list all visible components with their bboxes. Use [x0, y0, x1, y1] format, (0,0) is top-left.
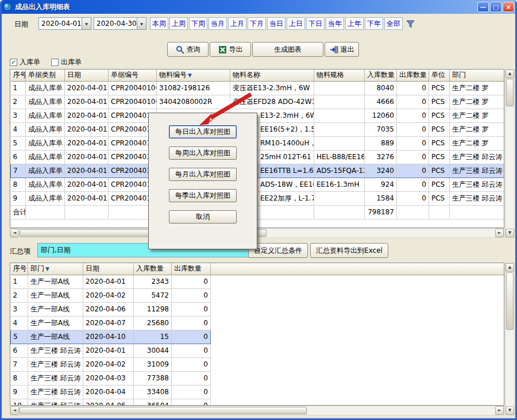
table-row[interactable]: 4生产一部A线2020-04-07256800 [11, 316, 504, 330]
table-row[interactable]: 8成品入库单2020-04-01CPR200401ADS-18W，EE16+EE… [11, 178, 504, 191]
column-header[interactable]: 单据编号 [109, 70, 157, 81]
scrollbar-thumb[interactable] [20, 407, 307, 414]
table-row[interactable]: 2成品入库单2020-04-01CPR20040100334042080002R… [11, 95, 504, 109]
scrollbar-thumb[interactable] [506, 272, 514, 330]
scroll-up-icon[interactable]: ▲ [506, 70, 514, 78]
range-button-6[interactable]: 当日 [267, 17, 285, 30]
range-buttons: 本周上周下周当月上月下月当日上日下日当年上年下年全部 [150, 17, 403, 30]
main-table-header-row: 序号单据类别日期单据编号物料编号▼物料名称物料规格入库数量出库数量单位部门 [11, 70, 504, 81]
table-row[interactable]: 7成品入库单2020-04-01CPR200401EE16TTB L=1.65m… [11, 164, 504, 178]
inbound-checkbox[interactable]: ✓ [10, 59, 17, 66]
table-row[interactable]: 10生产三楼 邱云涛2020-04-06365040 [11, 399, 504, 406]
column-header[interactable]: 部门 [450, 70, 504, 81]
close-button[interactable]: × [503, 2, 514, 12]
date-to-value: 2020-04-30 [97, 20, 137, 28]
column-header[interactable]: 单据类别 [26, 70, 65, 81]
query-button[interactable]: 查询 [167, 42, 209, 57]
range-button-2[interactable]: 下周 [189, 17, 207, 30]
minimize-button[interactable]: — [477, 2, 489, 12]
export-button[interactable]: 导出 [210, 42, 251, 57]
column-header[interactable]: 入库数量 [134, 263, 172, 275]
maximize-button[interactable]: □ [490, 2, 501, 12]
table-row[interactable]: 2生产一部A线2020-04-0254720 [11, 288, 504, 302]
table-row[interactable]: 4成品入库单2020-04-01CPR200401EE16(5+2)，1.5mH… [11, 122, 504, 136]
table-row[interactable]: 1生产一部A线2020-04-0123430 [11, 275, 504, 288]
generate-chart-button[interactable]: 生成图表 [252, 42, 323, 57]
column-header[interactable]: 日期 [65, 70, 109, 81]
funnel-icon [406, 19, 416, 29]
scroll-up-icon[interactable]: ▲ [506, 263, 514, 272]
scrollbar-thumb[interactable] [506, 79, 514, 106]
range-button-1[interactable]: 上周 [169, 17, 188, 30]
title-bar: 成品出入库明细表 — □ × [0, 0, 517, 14]
table-row[interactable]: 5成品入库单2020-04-01CPR200401RM10-1400uH，158… [11, 136, 504, 150]
outbound-checkbox[interactable] [51, 59, 59, 66]
app-window: 成品出入库明细表 — □ × 日期 2020-04-01 ▼ 2020-04-3… [0, 0, 517, 420]
window-title: 成品出入库明细表 [15, 2, 474, 12]
scroll-left-icon[interactable]: ◄ [10, 229, 19, 237]
range-button-4[interactable]: 上月 [228, 17, 246, 30]
main-vertical-scrollbar[interactable]: ▲ ▼ [505, 69, 515, 238]
summary-export-excel-button[interactable]: 汇总资料导出到Excel [310, 243, 388, 258]
exit-button[interactable]: 退出 [325, 42, 359, 57]
range-button-12[interactable]: 全部 [384, 17, 403, 30]
column-header[interactable]: 序号 [11, 70, 26, 81]
table-row[interactable]: 3成品入库单2020-04-01CPR200401E13-2.3mH，6W（12… [11, 109, 504, 122]
table-row[interactable]: 9成品入库单2020-04-01CPR200401EE22加厚，L-1.75m1… [11, 191, 504, 205]
outbound-label: 出库单 [61, 57, 82, 67]
table-row[interactable]: 6成品入库单2020-04-01CPR20040125mH 012T-61HEL… [11, 150, 504, 164]
column-header[interactable] [211, 263, 504, 275]
column-header[interactable]: 物料规格 [314, 70, 365, 81]
dialog-button-0[interactable]: 每日出入库对照图 [169, 125, 237, 138]
range-button-10[interactable]: 上年 [345, 17, 364, 30]
range-button-9[interactable]: 当年 [326, 17, 344, 30]
scroll-right-icon[interactable]: ► [495, 406, 504, 415]
filter-button[interactable] [403, 17, 418, 30]
summary-label: 汇总项 [10, 246, 30, 256]
bottom-vertical-scrollbar[interactable]: ▲ ▼ [505, 263, 515, 415]
dialog-button-3[interactable]: 每季出入库对照图 [169, 189, 237, 202]
column-header[interactable]: 单位 [429, 70, 450, 81]
range-button-0[interactable]: 本周 [150, 17, 168, 30]
summary-table-header-row: 序号部门▼日期入库数量出库数量 [11, 263, 504, 275]
table-row[interactable]: 3生产一部A线2020-04-06112980 [11, 302, 504, 316]
inbound-filter[interactable]: ✓ 入库单 [10, 57, 40, 67]
column-header[interactable]: 序号 [11, 263, 28, 275]
date-from-select[interactable]: 2020-04-01 ▼ [38, 17, 91, 30]
range-button-3[interactable]: 当月 [209, 17, 227, 30]
column-header[interactable]: 日期 [83, 263, 134, 275]
table-row[interactable]: 5生产一部A线2020-04-10150 [11, 330, 504, 344]
exit-icon [330, 45, 338, 54]
date-to-select[interactable]: 2020-04-30 ▼ [94, 17, 146, 30]
table-row[interactable]: 8生产三楼 邱云涛2020-04-03773880 [11, 371, 504, 385]
column-header[interactable]: 出库数量 [172, 263, 211, 275]
chevron-down-icon[interactable]: ▼ [137, 18, 146, 29]
scroll-left-icon[interactable]: ◄ [10, 406, 19, 415]
column-header[interactable]: 入库数量 [365, 70, 397, 81]
dialog-button-1[interactable]: 每周出入库对照图 [169, 147, 237, 160]
dialog-button-2[interactable]: 每月出入库对照图 [169, 168, 237, 181]
column-header[interactable]: 物料名称 [230, 70, 314, 81]
range-button-5[interactable]: 下月 [248, 17, 266, 30]
column-header[interactable]: 出库数量 [397, 70, 429, 81]
column-header[interactable]: 物料编号▼ [157, 70, 230, 81]
bottom-horizontal-scrollbar[interactable]: ◄ ► [10, 406, 504, 415]
chart-dialog: 每日出入库对照图每周出入库对照图每月出入库对照图每季出入库对照图取消 [148, 113, 257, 249]
date-from-value: 2020-04-01 [41, 20, 82, 28]
custom-summary-label: 自定义汇总条件 [254, 246, 302, 256]
range-button-7[interactable]: 上日 [287, 17, 305, 30]
table-row[interactable]: 7生产三楼 邱云涛2020-04-02310090 [11, 357, 504, 371]
sort-desc-icon: ▼ [45, 266, 49, 272]
chevron-down-icon[interactable]: ▼ [82, 18, 91, 29]
scroll-down-icon[interactable]: ▼ [506, 229, 514, 237]
outbound-filter[interactable]: 出库单 [51, 57, 82, 67]
table-row[interactable]: 6生产三楼 邱云涛2020-04-01300440 [11, 344, 504, 357]
scroll-right-icon[interactable]: ► [495, 229, 504, 237]
table-row[interactable]: 1成品入库单2020-04-01CPR20040100331082-198126… [11, 81, 504, 95]
dialog-button-4[interactable]: 取消 [169, 210, 237, 224]
column-header[interactable]: 部门▼ [28, 263, 83, 275]
table-row[interactable]: 9生产三楼 邱云涛2020-04-04334080 [11, 385, 504, 399]
scroll-down-icon[interactable]: ▼ [506, 406, 514, 415]
range-button-8[interactable]: 下日 [306, 17, 325, 30]
range-button-11[interactable]: 下年 [365, 17, 383, 30]
